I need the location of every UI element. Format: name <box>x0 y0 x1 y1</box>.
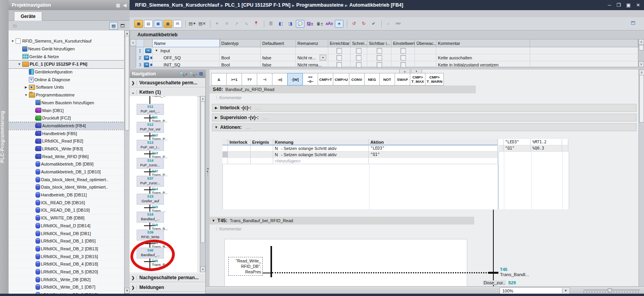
open-element-icon[interactable]: 🗔 <box>119 22 126 29</box>
palette-1[interactable]: >=1 <box>226 73 242 86</box>
tree-item-lrfidiol-write-fb3[interactable]: LRfidIOL_Write [FB3] <box>9 145 125 153</box>
comment-cell[interactable] <box>436 47 530 54</box>
tree-item-handbetrieb-fb5[interactable]: Handbetrieb [FB5] <box>9 130 125 137</box>
tree-item-iol-read-db-db16[interactable]: IOL_READ_DB [DB16] <box>9 199 125 207</box>
tree-item-lrfidiol-read-d-db14[interactable]: LRfidIOL_Read_D [DB14] <box>9 222 125 230</box>
tree-item-neuen-baustein-hinzuf-gen[interactable]: Neuen Baustein hinzufügen <box>9 99 125 107</box>
expand-icon[interactable]: ❯ <box>130 276 137 280</box>
collapse-icon[interactable]: ▼ <box>23 93 28 97</box>
insert-jump-icon[interactable]: ▦ <box>164 20 172 28</box>
scrollbar-thumb[interactable] <box>639 45 644 50</box>
monitor-icon[interactable]: 👓 <box>394 20 402 28</box>
address-cell[interactable]: %Q0.3 <box>531 145 562 152</box>
address-cell[interactable]: %M71.2 <box>531 139 562 145</box>
fit-view-icon[interactable]: ⊞ <box>199 71 203 77</box>
datatype-cell[interactable] <box>220 47 261 54</box>
interlock-section[interactable]: ▶ Interlock -(c)-: ..... <box>212 104 637 112</box>
zoom-slider-thumb[interactable] <box>608 288 612 292</box>
default-cell[interactable]: false <box>261 61 296 68</box>
expand-icon[interactable]: ❯ <box>130 81 137 85</box>
favorites-icon[interactable]: ★ <box>335 20 343 28</box>
ereignis-cell[interactable] <box>251 145 273 152</box>
tree-item-lrfidiol-write-db-1-db7[interactable]: LRfidIOL_Write_DB_1 [DB7] <box>9 284 125 291</box>
operand-cell[interactable]: "LED3" <box>503 139 531 145</box>
zoom-in-icon[interactable]: 🔍₊ <box>179 71 187 77</box>
operand-visibility-icon[interactable]: 🗚± <box>325 20 334 28</box>
tree-item-ger-tekonfiguration[interactable]: Gerätekonfiguration <box>9 68 125 76</box>
column-header-sichtbar-i[interactable]: Sichtbar i... <box>367 39 391 47</box>
chain-step-s13[interactable]: S13PuP_ver_r... <box>137 140 164 151</box>
palette-cmp-t-warn[interactable]: CMP> T_WARN <box>425 73 444 86</box>
new-network-icon[interactable]: ▤✦ <box>188 20 197 28</box>
close-icon[interactable]: ✕ <box>636 2 640 8</box>
palette-swap[interactable]: SWAP <box>395 73 410 86</box>
section-vorausgeschaltete[interactable]: ❯ Vorausgeschaltete perm... <box>130 78 205 87</box>
restore-icon[interactable]: ❐ <box>617 2 621 8</box>
pin-icon[interactable]: 📍 <box>252 20 260 28</box>
splitter-grip-icon[interactable]: ◂▸⋮ <box>206 167 209 175</box>
tree-item-read-write-rfid-fb6[interactable]: Read_Write_RFID [FB6] <box>9 153 125 160</box>
step-header[interactable]: S40: Bandlauf_zu_RFID_Read <box>210 86 476 93</box>
supervision-section[interactable]: ▶ Supervision -(v)-: ..... <box>212 114 637 121</box>
tree-item-lrfidiol-write-db-db2[interactable]: LRfidIOL_Write_DB [DB2] <box>9 276 125 284</box>
tree-item-ger-te-netze[interactable]: Geräte & Netze <box>9 53 125 61</box>
tree-item-programmbausteine[interactable]: ▼Programmbausteine <box>9 91 125 99</box>
tree-item-data-block-ident-write-optimiert[interactable]: Data_block_Ident_Write_optimiert.. <box>9 184 125 191</box>
collapse-icon[interactable]: ⌄ <box>130 90 137 95</box>
section-meldungen[interactable]: ❯ Meldungen <box>130 283 205 292</box>
tree-item-plc-1-cpu-1512sp-f-1-pn[interactable]: ▼PLC_1 [CPU 1512SP F-1 PN] <box>9 61 125 68</box>
delete-network-icon[interactable]: ▤✕ <box>198 20 206 28</box>
open-branch-icon[interactable]: ✦ <box>213 20 221 28</box>
tree-item-main-ob1[interactable]: Main [OB1] <box>9 107 125 114</box>
retain-cell[interactable]: Nicht re...▼ <box>296 54 328 61</box>
scroll-up-icon[interactable]: ∧ <box>639 39 644 45</box>
visible-checkbox[interactable] <box>377 62 382 68</box>
palette-[interactable]: ?? <box>242 73 257 86</box>
close-branch-icon[interactable]: ✕ <box>222 20 231 28</box>
kennung-cell[interactable]: N- Setzen solange Schritt aktiv <box>273 152 369 158</box>
insert-step-icon[interactable]: ▣ <box>154 20 162 28</box>
accessible-checkbox[interactable] <box>336 62 342 68</box>
kennung-cell[interactable]: <hinzufügen> <box>273 158 369 164</box>
column-header-name[interactable]: Name <box>153 39 220 47</box>
task-card-strip[interactable]: PLC-Programmierung <box>0 0 9 296</box>
scroll-up-icon[interactable]: ▲ <box>125 30 130 36</box>
scroll-up-icon[interactable]: ∧ <box>639 70 644 75</box>
list-view-icon[interactable]: ◨ <box>286 20 295 28</box>
palette-cmp-t-max[interactable]: CMP> T_MAX <box>410 73 425 86</box>
writable-checkbox[interactable] <box>356 55 361 61</box>
writable-checkbox[interactable] <box>356 48 361 53</box>
search-settings-icon[interactable]: ⌕ <box>384 20 393 28</box>
palette-[interactable]: ⊣ <box>257 73 272 86</box>
operand-row-2[interactable]: "Q1"%Q0.3 <box>498 145 568 152</box>
zoom-out-icon[interactable]: 🔍₋ <box>189 71 197 77</box>
retain-cell[interactable] <box>296 47 328 54</box>
insert-transition-step-icon[interactable]: ▤ <box>144 20 153 28</box>
column-header-defaultwert[interactable]: Defaultwert <box>261 39 296 47</box>
chain-step-s15[interactable]: S15Greifer_auf <box>137 194 164 205</box>
tree-item-handbetrieb-db-db11[interactable]: Handbetrieb_DB [DB11] <box>9 191 125 199</box>
tree-item-lrfidiol-read-db-3-db15[interactable]: LRfidIOL_Read_DB_3 [DB15] <box>9 253 125 260</box>
tree-item-iol-read-db-1-db19[interactable]: IOL_READ_DB_1 [DB19] <box>9 207 125 214</box>
tree-item-lrfidiol-read-db-5-db20[interactable]: LRfidIOL_Read_DB_5 [DB20] <box>9 268 125 276</box>
interlock-visibility-icon[interactable]: 🖫± <box>306 20 314 28</box>
chevron-down-icon[interactable]: ▼ <box>562 288 569 293</box>
scroll-down-icon[interactable]: ∨ <box>200 266 205 272</box>
row-selector[interactable] <box>222 152 228 158</box>
accessible-checkbox[interactable] <box>336 48 342 53</box>
retain-cell[interactable]: Nicht rema... <box>296 61 328 68</box>
datatype-cell[interactable]: Bool <box>220 54 261 61</box>
column-header-kommentar[interactable]: Kommentar <box>436 39 530 47</box>
kennung-cell[interactable]: N- Setzen solange Schritt aktiv <box>273 145 369 152</box>
auto-collapse-icon[interactable]: ▥ <box>116 3 120 8</box>
interface-row-init-sq[interactable]: 3➜INIT_SQBoolfalseNicht rema...Kette in … <box>136 61 638 68</box>
tree-item-lrfidiol-read-db-4-db18[interactable]: LRfidIOL_Read_DB_4 [DB18] <box>9 260 125 268</box>
section-nachgeschaltete[interactable]: ❯ Nachgeschaltete perman... <box>130 273 205 282</box>
details-view-icon[interactable]: ▤ <box>109 22 118 30</box>
scrollbar-thumb[interactable] <box>125 36 129 130</box>
palette-[interactable]: == ⊣⊢ <box>302 73 318 86</box>
add-action-link[interactable]: <hinzufügen> <box>275 159 301 163</box>
writable-checkbox[interactable] <box>356 62 361 68</box>
absolute-operands-icon[interactable]: ☰ <box>267 20 275 28</box>
minimize-icon[interactable]: ─ <box>608 2 611 8</box>
